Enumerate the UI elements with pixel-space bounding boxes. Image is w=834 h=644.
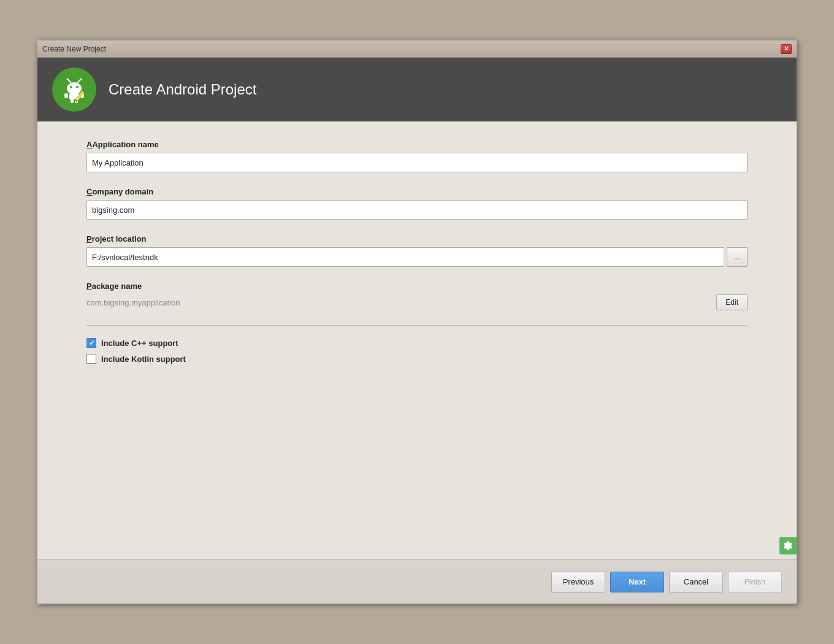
checkbox-group: Include C++ support Include Kotlin suppo… [86,338,748,364]
app-name-group: AApplication name [86,140,748,172]
app-name-label: AApplication name [86,140,748,149]
window-title: Create New Project [42,45,106,53]
location-row: ... [86,247,748,267]
company-domain-group: Company domain [86,187,748,220]
browse-button[interactable]: ... [727,247,748,267]
cpp-support-row[interactable]: Include C++ support [86,338,748,348]
divider [86,325,748,326]
window-body: Create Android Project AApplication name… [37,58,797,604]
project-location-label: Project location [86,234,748,243]
project-location-input[interactable] [86,247,724,267]
svg-point-3 [76,86,78,88]
project-location-group: Project location ... [86,234,748,267]
header-title: Create Android Project [109,81,256,98]
previous-button[interactable]: Previous [551,572,605,592]
package-row: com.bigsing.myapplication Edit [86,294,748,310]
gear-icon [783,541,793,551]
kotlin-support-row[interactable]: Include Kotlin support [86,354,748,364]
svg-point-7 [80,79,82,80]
company-domain-input[interactable] [86,200,748,220]
cancel-button[interactable]: Cancel [669,572,723,592]
kotlin-support-label: Include Kotlin support [101,355,186,364]
main-window: Create New Project ✕ [37,40,797,604]
app-name-input[interactable] [86,153,748,172]
svg-rect-9 [64,93,68,98]
cpp-support-checkbox[interactable] [86,338,96,348]
title-bar: Create New Project ✕ [37,40,797,58]
svg-point-5 [67,79,69,80]
package-name-value: com.bigsing.myapplication [86,298,180,307]
android-studio-icon [59,75,89,104]
android-logo [52,67,96,112]
finish-button[interactable]: Finish [728,572,782,592]
next-button[interactable]: Next [610,572,664,592]
package-name-group: Package name com.bigsing.myapplication E… [86,282,748,310]
svg-point-2 [70,86,72,88]
footer: Previous Next Cancel Finish [37,559,797,604]
gear-button[interactable] [779,537,797,554]
edit-button[interactable]: Edit [716,294,748,310]
package-name-label: Package name [86,282,748,291]
form-content: AApplication name Company domain Project… [37,121,797,559]
svg-rect-11 [71,99,74,103]
kotlin-support-checkbox[interactable] [86,354,96,364]
svg-point-1 [67,82,82,94]
cpp-support-label: Include C++ support [101,339,178,348]
close-button[interactable]: ✕ [781,44,792,54]
header: Create Android Project [37,58,797,121]
company-domain-label: Company domain [86,187,748,196]
